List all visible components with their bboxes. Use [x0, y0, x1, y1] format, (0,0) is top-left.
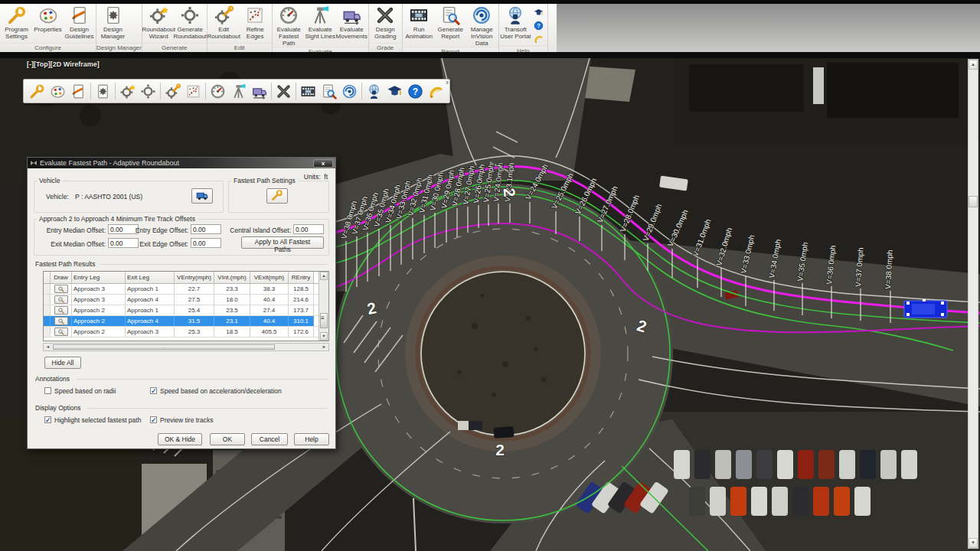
toolbar-film-button[interactable] [298, 81, 318, 101]
dialog-title-bar[interactable]: Evaluate Fastest Path - Adaptive Roundab… [28, 158, 335, 168]
ribbon-evaluate-movements-button[interactable]: Evaluate Movements [336, 5, 368, 40]
ribbon-generate-roundabout-button[interactable]: Generate Roundabout [175, 5, 206, 40]
toolbar-tripod-button[interactable] [228, 81, 249, 101]
toolbar-help-circle-button[interactable]: ? [405, 81, 426, 101]
toolbar-gauge-mini-button[interactable] [426, 81, 446, 101]
selected-vehicle[interactable] [904, 299, 947, 318]
draw-cell[interactable] [51, 295, 72, 305]
ribbon-edit-roundabout-button[interactable]: Edit Roundabout [208, 5, 240, 40]
hide-all-button[interactable]: Hide All [44, 357, 81, 369]
ribbon-refine-edges-button[interactable]: Refine Edges [240, 5, 271, 40]
toolbar-truck-button[interactable] [249, 81, 270, 101]
ribbon-manage-invision-data-button[interactable]: Manage InVision Data [466, 5, 498, 47]
table-scroll-left[interactable]: ◄ [44, 344, 51, 350]
ribbon-design-manager-button[interactable]: Design Manager [97, 5, 129, 40]
toolbar-portal-button[interactable] [364, 81, 384, 101]
ribbon-roundabout-wizard-button[interactable]: Roundabout Wizard [143, 5, 175, 40]
entry-edge-offset-input[interactable] [191, 224, 221, 234]
toolbar-palette-button[interactable] [47, 81, 68, 101]
ribbon-generate-report-button[interactable]: Generate Report [435, 5, 466, 40]
column-header-rentry[interactable]: REntry [289, 272, 314, 283]
grad-cap-icon [387, 83, 403, 99]
parked-car [860, 450, 876, 479]
drawing-viewport[interactable]: V=38.0mphV=37.0mphV=36.0mphV=35.0mphV=34… [0, 58, 980, 551]
ribbon-grad-cap-button[interactable] [533, 6, 545, 18]
table-row[interactable]: Approach 2Approach 431.523.140.4310.1 [44, 316, 328, 327]
ok-button[interactable]: OK [210, 433, 245, 445]
toolbar-speedometer-button[interactable] [207, 81, 228, 101]
toolbar-wrench-button[interactable] [27, 81, 47, 101]
draw-path-button[interactable] [54, 306, 68, 315]
table-row[interactable]: Approach 3Approach 427.518.040.4214.6 [44, 295, 328, 305]
toolbar-report-button[interactable] [318, 81, 339, 101]
table-scroll-up[interactable]: ▲ [320, 272, 328, 280]
annotations-speed-based-on-acceleration-deceleration-checkbox[interactable]: ✓ [150, 387, 157, 394]
column-header-ventry-mph[interactable]: VEntry(mph) [175, 272, 214, 283]
column-header-vexit-mph[interactable]: VExit(mph) [250, 272, 289, 283]
apply-all-fastest-paths-button[interactable]: Apply to All Fastest Paths [241, 236, 324, 249]
ribbon-evaluate-sight-lines-button[interactable]: Evaluate Sight Lines [305, 5, 336, 40]
scroll-down-arrow[interactable]: ▼ [969, 538, 978, 548]
toolbar-roundabout-button[interactable] [138, 81, 158, 101]
table-scroll-right[interactable]: ► [321, 344, 328, 350]
toolbar-invision-button[interactable] [339, 81, 360, 101]
exit-edge-offset-input[interactable] [191, 238, 221, 248]
ribbon-gauge-mini-button[interactable] [533, 32, 545, 44]
display-preview-tire-tracks-checkbox[interactable]: ✓ [150, 416, 157, 423]
table-cell: Approach 2 [72, 305, 126, 315]
annotations-speed-based-on-radii-checkbox[interactable] [44, 387, 51, 394]
scroll-thumb[interactable] [969, 196, 978, 207]
draw-cell[interactable] [51, 316, 72, 326]
toolbar-close-icon[interactable]: x [446, 80, 449, 85]
draw-cell[interactable] [51, 327, 72, 337]
column-header-entry-leg[interactable]: Entry Leg [72, 272, 126, 283]
central-island-offset-input[interactable] [293, 224, 324, 234]
table-cell: 23.1 [214, 316, 250, 326]
ribbon-properties-button[interactable]: Properties [32, 5, 64, 33]
table-scroll-down[interactable]: ▼ [320, 332, 328, 341]
toolbar-refine-button[interactable] [183, 81, 204, 101]
refine-icon [185, 83, 201, 99]
draw-path-button[interactable] [54, 285, 68, 293]
help-button[interactable]: Help [294, 433, 329, 445]
toolbar-doc-gear-button[interactable] [93, 81, 113, 101]
table-horizontal-scrollbar[interactable]: ◄ ⋯ ► [43, 343, 329, 351]
column-header-draw[interactable]: Draw [51, 272, 72, 283]
draw-path-button[interactable] [54, 317, 68, 325]
ribbon-transoft-user-portal-button[interactable]: Transoft User Portal [500, 5, 531, 40]
ribbon-help-circle-button[interactable]: ? [533, 19, 545, 31]
ribbon-run-animation-button[interactable]: Run Animation [403, 5, 435, 40]
viewport-vertical-scrollbar[interactable]: ▲ ▼ [968, 59, 978, 549]
column-header-exit-leg[interactable]: Exit Leg [126, 272, 175, 283]
draw-cell[interactable] [51, 305, 72, 315]
cancel-button[interactable]: Cancel [251, 433, 288, 445]
draw-path-button[interactable] [54, 295, 68, 304]
table-hscroll-thumb[interactable]: ⋯ [53, 344, 275, 350]
toolbar-roundabout-wrench-button[interactable] [162, 81, 183, 101]
draw-cell[interactable] [51, 284, 72, 294]
table-row[interactable]: Approach 2Approach 125.423.527.4173.7 [44, 305, 328, 316]
toolbar-doc-pen-button[interactable] [68, 81, 89, 101]
toolbar-grading-button[interactable] [273, 81, 294, 101]
fastest-path-results-table[interactable]: DrawEntry LegExit LegVEntry(mph)VInt.(mp… [43, 271, 329, 341]
north-approach-road [440, 58, 591, 181]
ribbon-evaluate-fastest-path-button[interactable]: Evaluate Fastest Path [273, 5, 305, 47]
toolbar-roundabout-wand-button[interactable] [117, 81, 138, 101]
draw-path-button[interactable] [54, 328, 68, 336]
table-row[interactable]: Approach 3Approach 122.723.338.3128.5 [44, 284, 328, 295]
ribbon-program-settings-button[interactable]: Program Settings [1, 5, 32, 40]
column-header-selector[interactable] [44, 272, 51, 283]
table-scroll-thumb[interactable]: ≡ [320, 313, 328, 328]
column-header-vint-mph[interactable]: VInt.(mph) [214, 272, 250, 283]
ribbon-design-guidelines-button[interactable]: Design Guidelines [64, 5, 95, 40]
toolbar-grad-cap-button[interactable] [384, 81, 405, 101]
dialog-close-button[interactable]: x [313, 159, 333, 168]
ribbon-design-grading-button[interactable]: Design Grading [370, 5, 401, 40]
display-highlight-selected-fastest-path-checkbox[interactable]: ✓ [44, 416, 51, 423]
scroll-up-arrow[interactable]: ▲ [969, 60, 978, 70]
vehicle-picker-button[interactable] [191, 188, 213, 204]
table-vertical-scrollbar[interactable]: ▲ ≡ ▼ [318, 272, 328, 341]
fastest-path-settings-button[interactable] [266, 188, 288, 204]
ok-hide-button[interactable]: OK & Hide [158, 433, 202, 445]
table-row[interactable]: Approach 2Approach 325.318.5405.5172.6 [44, 327, 328, 337]
